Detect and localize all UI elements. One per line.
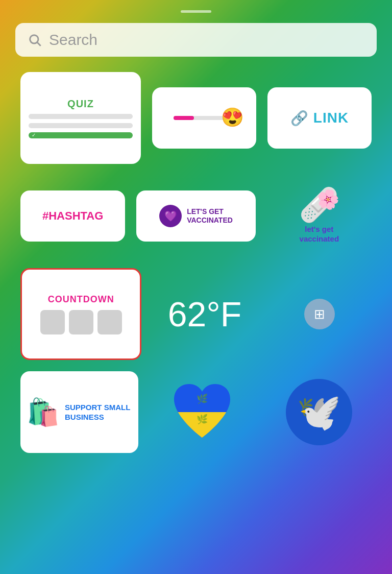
vaccinated-icon: 💜 [159,205,182,227]
sticker-row-4: 🛍️ SUPPORT SMALL BUSINESS 🌿 🌿 🕊️ [15,371,377,453]
support-sticker[interactable]: 🛍️ SUPPORT SMALL BUSINESS [20,371,138,453]
quiz-line-1 [29,114,133,119]
vaccine-caption: let's getvaccinated [300,224,339,244]
quiz-title: QUIZ [67,98,94,110]
svg-text:🌿: 🌿 [197,414,208,425]
slider-fill [174,116,194,120]
sticker-row-1: QUIZ 😍 🔗 LINK [15,72,377,164]
countdown-block-2 [69,310,93,334]
dove-icon: 🕊️ [297,391,341,433]
drag-handle [181,10,211,13]
link-icon: 🔗 [290,110,308,127]
quiz-line-2 [29,123,133,128]
emoji-slider-sticker[interactable]: 😍 [152,87,256,149]
link-label: LINK [313,110,349,126]
countdown-sticker[interactable]: COUNTDOWN [20,268,141,360]
hashtag-sticker[interactable]: #HASHTAG [20,190,125,242]
peace-dove-sticker[interactable]: 🕊️ [266,371,372,453]
slider-track: 😍 [174,116,235,120]
hashtag-text: #HASHTAG [42,209,103,223]
copy-icon: ⊞ [314,306,325,322]
countdown-block-3 [97,310,122,334]
copy-sticker[interactable]: ⊞ [268,268,372,360]
temperature-sticker[interactable]: 62°F [153,268,256,360]
heart-eyes-emoji: 😍 [221,107,244,128]
quiz-check [29,132,133,138]
search-icon [28,33,42,47]
sticker-row-3: COUNTDOWN 62°F ⊞ [15,268,377,360]
ukraine-heart-svg: 🌿 🌿 [169,379,235,445]
search-bar[interactable]: Search [15,23,377,57]
shopping-bag-icon: 🛍️ [27,397,60,428]
heart-icon: 💜 [164,210,177,222]
slider-content: 😍 [168,116,240,120]
svg-text:🌿: 🌿 [197,393,208,404]
vaccinated-sticker[interactable]: 💜 LET'S GETVACCINATED [136,190,255,242]
ukraine-heart-sticker[interactable]: 🌿 🌿 [150,371,255,453]
sticker-row-2: #HASHTAG 💜 LET'S GETVACCINATED 🌸 🩹 let's… [15,175,377,257]
vaccine-sticker[interactable]: 🌸 🩹 let's getvaccinated [267,175,372,257]
svg-line-1 [37,42,40,45]
countdown-blocks [40,310,122,334]
copy-button[interactable]: ⊞ [304,299,335,329]
temperature-text: 62°F [168,294,241,334]
search-placeholder: Search [49,31,97,49]
quiz-sticker[interactable]: QUIZ [20,72,141,164]
link-sticker[interactable]: 🔗 LINK [267,87,372,149]
link-content: 🔗 LINK [290,110,349,127]
peace-circle: 🕊️ [286,379,352,445]
content-area: Search QUIZ 😍 🔗 LINK [0,0,392,474]
vaccinated-label: LET'S GETVACCINATED [187,207,233,225]
countdown-block-1 [40,310,65,334]
support-label: SUPPORT SMALL BUSINESS [65,402,132,422]
svg-point-0 [30,35,38,43]
countdown-title: COUNTDOWN [48,294,114,305]
